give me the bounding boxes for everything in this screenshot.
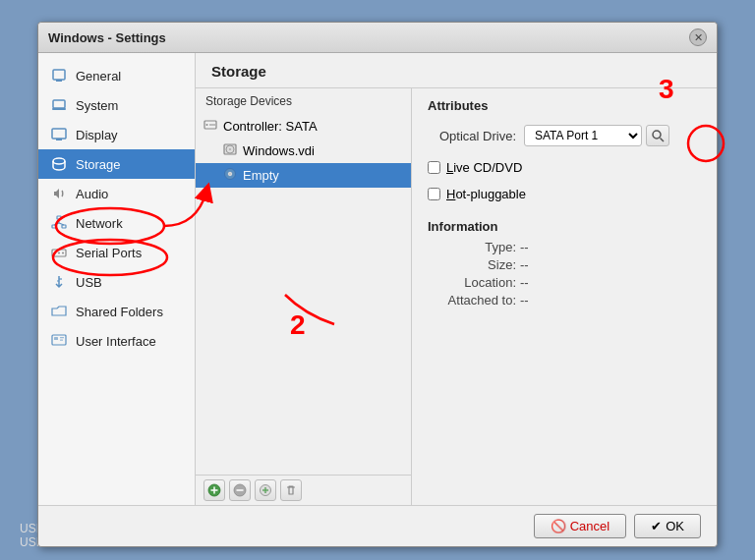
svg-rect-23	[60, 340, 63, 341]
ok-label: OK	[666, 519, 684, 533]
optical-item[interactable]: Empty	[196, 163, 411, 188]
optical-drive-row: Optical Drive: SATA Port 1	[428, 125, 701, 146]
dialog-footer: 🚫 Cancel ✔ OK	[38, 505, 717, 546]
svg-rect-22	[60, 337, 64, 338]
sidebar-item-storage[interactable]: Storage	[38, 149, 195, 179]
shared-folders-icon	[50, 303, 68, 320]
sidebar-item-general[interactable]: General	[38, 61, 195, 90]
browse-optical-btn[interactable]	[646, 125, 669, 146]
controller-label: Controller: SATA	[223, 119, 318, 134]
hot-pluggable-checkbox[interactable]	[428, 188, 440, 200]
info-type-key: Type:	[428, 240, 516, 254]
devices-toolbar	[196, 475, 411, 505]
add-optical-drive-btn[interactable]	[255, 479, 276, 501]
general-icon	[50, 67, 68, 84]
hot-pluggable-label: Hot-pluggable	[446, 187, 526, 201]
live-cd-checkbox[interactable]	[428, 161, 440, 174]
svg-point-29	[229, 148, 231, 150]
svg-line-12	[54, 223, 59, 225]
optical-drive-select[interactable]: SATA Port 1	[524, 125, 642, 146]
audio-icon	[50, 185, 68, 202]
sidebar-system-label: System	[76, 98, 118, 113]
system-icon	[50, 96, 68, 114]
svg-line-13	[59, 223, 64, 225]
live-cd-text: ive CD/DVD	[453, 160, 522, 175]
storage-icon	[50, 155, 68, 173]
sidebar-item-system[interactable]: System	[38, 90, 195, 120]
sidebar-item-user-interface[interactable]: User Interface	[38, 326, 195, 356]
ok-button[interactable]: ✔ OK	[634, 514, 701, 538]
svg-rect-20	[52, 335, 66, 345]
svg-rect-4	[52, 129, 66, 139]
info-attached-key: Attached to:	[428, 293, 516, 308]
network-icon	[50, 214, 68, 232]
sidebar-item-shared-folders[interactable]: Shared Folders	[38, 297, 195, 326]
cancel-label: Cancel	[570, 519, 610, 533]
info-size-key: Size:	[428, 257, 516, 272]
information-title: Information	[428, 219, 701, 234]
remove-attachment-btn[interactable]	[280, 479, 302, 501]
svg-rect-0	[53, 70, 65, 80]
info-location-val: --	[520, 275, 529, 290]
info-size-val: --	[520, 257, 529, 272]
serial-ports-icon	[50, 244, 68, 261]
settings-dialog: Windows - Settings ✕ General System	[37, 22, 718, 547]
storage-devices-panel: Storage Devices Controller: SATA	[196, 88, 412, 505]
hot-pluggable-row[interactable]: Hot-pluggable	[428, 185, 701, 203]
sidebar-network-label: Network	[76, 216, 123, 231]
controller-icon	[203, 118, 217, 135]
live-cd-row[interactable]: Live CD/DVD	[428, 158, 701, 177]
svg-point-16	[58, 252, 60, 254]
sidebar-audio-label: Audio	[76, 187, 108, 201]
sidebar-item-usb[interactable]: USB	[38, 267, 195, 297]
storage-panels: Storage Devices Controller: SATA	[196, 88, 717, 505]
sidebar-ui-label: User Interface	[76, 334, 156, 349]
svg-point-32	[229, 173, 231, 175]
info-size-row: Size: --	[428, 257, 701, 272]
info-location-key: Location:	[428, 275, 516, 290]
controller-sata[interactable]: Controller: SATA	[196, 114, 411, 139]
cancel-button[interactable]: 🚫 Cancel	[534, 514, 626, 538]
svg-point-17	[62, 252, 64, 254]
sidebar-item-audio[interactable]: Audio	[38, 179, 195, 208]
hot-pluggable-text: ot-pluggable	[455, 187, 526, 201]
disk-item[interactable]: Windows.vdi	[196, 139, 411, 163]
usb-icon	[50, 273, 68, 291]
sidebar-item-serial-ports[interactable]: Serial Ports	[38, 238, 195, 267]
close-button[interactable]: ✕	[689, 28, 707, 46]
ok-icon: ✔	[651, 519, 662, 533]
svg-rect-10	[62, 225, 66, 228]
add-storage-controller-btn[interactable]	[203, 479, 225, 501]
live-cd-label: Live CD/DVD	[446, 160, 522, 175]
dialog-titlebar: Windows - Settings ✕	[38, 23, 717, 53]
info-attached-val: --	[520, 293, 529, 308]
svg-point-7	[53, 158, 65, 164]
optical-label: Empty	[243, 168, 279, 183]
svg-rect-3	[52, 108, 66, 110]
info-attached-row: Attached to: --	[428, 293, 701, 308]
sidebar-item-network[interactable]: Network	[38, 208, 195, 238]
svg-rect-5	[56, 139, 62, 140]
optical-drive-label: Optical Drive:	[428, 129, 516, 143]
sidebar-item-display[interactable]: Display	[38, 120, 195, 149]
dialog-body: General System Display Storage	[38, 53, 717, 505]
storage-devices-label: Storage Devices	[196, 88, 411, 112]
sidebar-general-label: General	[76, 69, 121, 84]
optical-drive-value-row: SATA Port 1	[524, 125, 669, 146]
svg-rect-2	[53, 100, 65, 108]
svg-line-43	[661, 139, 665, 142]
cancel-icon: 🚫	[551, 519, 566, 533]
sidebar-storage-label: Storage	[76, 157, 121, 172]
disk-label: Windows.vdi	[243, 143, 315, 158]
svg-rect-9	[52, 225, 56, 228]
section-title: Storage	[196, 53, 717, 88]
sidebar-display-label: Display	[76, 128, 118, 142]
info-type-val: --	[520, 240, 529, 254]
info-type-row: Type: --	[428, 240, 701, 254]
sidebar-shared-label: Shared Folders	[76, 305, 163, 319]
display-icon	[50, 126, 68, 143]
sidebar-usb-label: USB	[76, 275, 102, 290]
remove-storage-controller-btn[interactable]	[229, 479, 251, 501]
attributes-title: Attributes	[428, 98, 701, 113]
disk-icon	[223, 142, 237, 159]
